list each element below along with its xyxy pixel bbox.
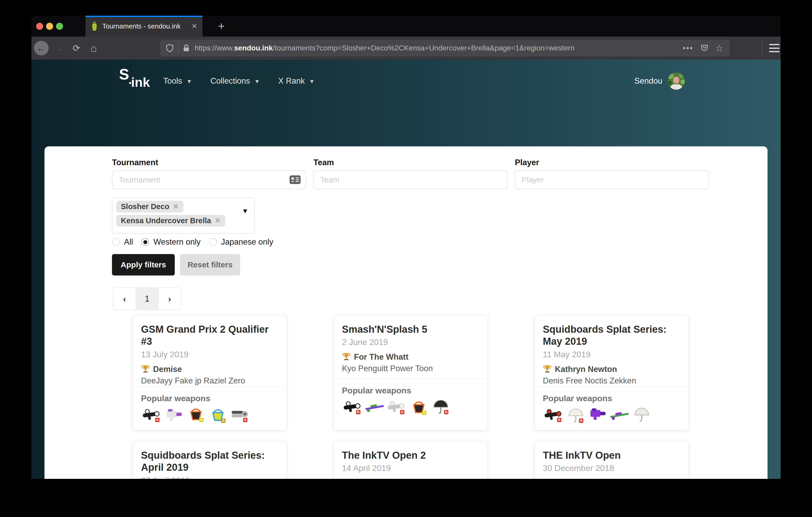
tournament-title[interactable]: Smash'N'Splash 5 [342, 323, 480, 335]
shooter-weapon-icon [141, 406, 163, 423]
reload-button[interactable]: ⟳ [69, 37, 84, 60]
maximize-window-button[interactable] [56, 23, 63, 30]
browser-tab[interactable]: Tournaments - sendou.ink ✕ [86, 16, 202, 37]
slosher-weapon-icon [408, 399, 430, 416]
team-input[interactable] [313, 171, 508, 189]
weapon-tag-label: Slosher Deco [121, 202, 169, 211]
charger-weapon-icon [609, 407, 631, 424]
blaster-weapon-icon [163, 407, 185, 424]
radio-option-western-only[interactable]: Western only [141, 237, 200, 247]
brella-weapon-icon [565, 407, 587, 424]
tournament-card[interactable]: Squidboards Splat Series: April 2019 27 … [133, 442, 287, 479]
tournament-card[interactable]: The InkTV Open 2 14 April 2019 [334, 442, 488, 479]
trophy-icon [342, 352, 351, 362]
select-caret-icon[interactable]: ▼ [242, 207, 249, 215]
winning-team[interactable]: For The Whatt [354, 352, 408, 362]
logo-ink: ink [131, 75, 150, 90]
new-tab-button[interactable]: + [211, 16, 232, 37]
player-label: Player [515, 158, 539, 167]
favicon-sendou-icon [91, 22, 98, 31]
url-text[interactable]: https://www.sendou.ink/tournaments?comp=… [195, 44, 676, 52]
tournament-title[interactable]: THE InkTV Open [543, 449, 680, 461]
tournament-title[interactable]: Squidboards Splat Series: April 2019 [141, 449, 279, 474]
trophy-icon [342, 478, 351, 479]
lock-icon[interactable] [182, 44, 190, 52]
tournament-title[interactable]: The InkTV Open 2 [342, 449, 480, 461]
previous-page-button[interactable]: ‹ [113, 288, 136, 310]
radio-circle-selected[interactable] [141, 238, 149, 246]
pocket-icon[interactable] [700, 44, 709, 52]
reset-filters-button[interactable]: Reset filters [180, 254, 240, 275]
tab-title: Tournaments - sendou.ink [102, 22, 188, 30]
winning-team[interactable]: Kraken Paradise [354, 478, 417, 479]
tournament-date: 13 July 2019 [141, 350, 279, 359]
splatling-weapon-icon [229, 406, 251, 423]
chevron-down-icon: ▼ [186, 77, 192, 85]
radio-label: All [124, 237, 133, 247]
menu-icon[interactable] [769, 43, 780, 53]
trophy-icon [543, 365, 552, 374]
radio-option-japanese-only[interactable]: Japanese only [209, 237, 273, 247]
close-window-button[interactable] [36, 23, 43, 30]
url-path: /tournaments?comp=Slosher+Deco%2CKensa+U… [273, 44, 575, 52]
popular-weapons-icons [342, 398, 480, 415]
tournament-card[interactable]: GSM Grand Prix 2 Qualifier #3 13 July 20… [133, 316, 287, 430]
shooter-weapon-icon [386, 398, 408, 415]
address-card-icon[interactable] [289, 175, 301, 185]
shooter-weapon-icon [543, 406, 565, 423]
avatar[interactable] [668, 72, 685, 90]
tournament-input[interactable] [112, 171, 306, 189]
radio-circle[interactable] [112, 238, 120, 246]
tournament-card[interactable]: Smash'N'Splash 5 2 June 2019 [334, 316, 488, 430]
brella-weapon-icon [430, 398, 452, 415]
winning-team[interactable]: Kathryn Newton [555, 365, 617, 374]
url-prefix: https://www. [195, 44, 234, 52]
winning-team[interactable]: Demise [153, 365, 182, 374]
url-bar[interactable]: https://www.sendou.ink/tournaments?comp=… [160, 40, 730, 57]
nav-item-x-rank[interactable]: X Rank ▼ [278, 76, 315, 86]
remove-tag-icon[interactable]: ✕ [215, 217, 221, 225]
trophy-icon [141, 365, 150, 374]
shooter-weapon-icon [342, 398, 364, 415]
player-input[interactable] [515, 171, 709, 189]
nav-label-x-rank: X Rank [278, 76, 305, 86]
next-page-button[interactable]: › [158, 288, 181, 310]
tournament-date: 14 April 2019 [342, 463, 480, 473]
weapon-tag-kensa-undercover-brella: Kensa Undercover Brella ✕ [116, 215, 225, 226]
nav-item-tools[interactable]: Tools ▼ [163, 76, 192, 86]
user-menu[interactable]: Sendou [634, 60, 685, 102]
forward-button[interactable]: → [52, 37, 66, 60]
sendou-ink-logo[interactable]: S . ink [119, 65, 153, 97]
tournament-card[interactable]: THE InkTV Open 30 December 2018 [535, 442, 689, 479]
tracking-shield-icon[interactable] [166, 44, 174, 52]
nav-item-collections[interactable]: Collections ▼ [210, 76, 260, 86]
toolbar-divider [762, 41, 762, 55]
tournament-title[interactable]: Squidboards Splat Series: May 2019 [543, 323, 680, 347]
remove-tag-icon[interactable]: ✕ [173, 203, 179, 211]
weapon-multiselect[interactable]: Slosher Deco ✕ Kensa Undercover Brella ✕… [112, 197, 255, 234]
back-button[interactable]: ← [34, 41, 49, 55]
popular-weapons-icons [543, 406, 680, 423]
tournament-card[interactable]: Squidboards Splat Series: May 2019 11 Ma… [535, 316, 689, 430]
weapon-tag-slosher-deco: Slosher Deco ✕ [116, 201, 183, 213]
minimize-window-button[interactable] [46, 23, 53, 30]
radio-circle[interactable] [209, 238, 217, 246]
charger-weapon-icon [364, 399, 386, 416]
site-header-and-content: S . ink Tools ▼ Collections ▼ X Rank ▼ S… [31, 60, 781, 479]
tournament-label: Tournament [112, 158, 158, 167]
tournament-title[interactable]: GSM Grand Prix 2 Qualifier #3 [141, 323, 279, 347]
page-actions-icon[interactable]: ••• [683, 44, 694, 53]
popular-weapons-label: Popular weapons [342, 386, 480, 395]
brella-weapon-icon [631, 406, 653, 423]
home-button[interactable]: ⌂ [86, 37, 101, 60]
nav-label-tools: Tools [163, 76, 182, 86]
winning-team[interactable]: young gale [555, 478, 598, 479]
apply-filters-button[interactable]: Apply filters [112, 254, 175, 275]
tab-close-icon[interactable]: ✕ [192, 22, 197, 30]
bookmark-star-icon[interactable]: ☆ [716, 43, 724, 53]
current-page[interactable]: 1 [136, 288, 158, 310]
winning-players: DeeJayy Fake jp Raziel Zero [141, 376, 279, 386]
weapon-tag-label: Kensa Undercover Brella [121, 216, 211, 225]
radio-option-all[interactable]: All [112, 237, 133, 247]
tournament-cards-row-1: GSM Grand Prix 2 Qualifier #3 13 July 20… [133, 316, 689, 430]
